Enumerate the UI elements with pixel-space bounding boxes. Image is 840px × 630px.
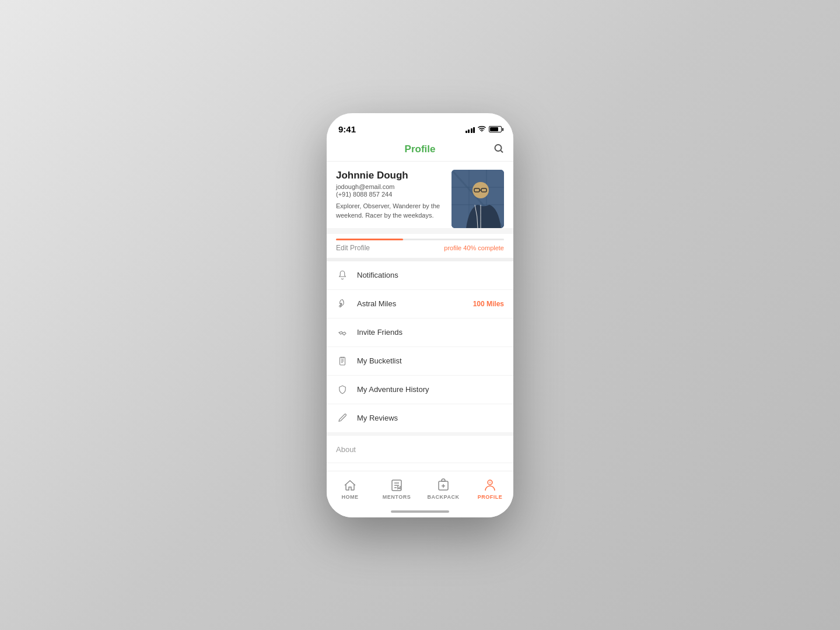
svg-point-1 xyxy=(495,145,502,151)
profile-phone: (+91) 8088 857 244 xyxy=(336,191,446,198)
menu-item-astral-miles[interactable]: Astral Miles 100 Miles xyxy=(327,290,513,318)
battery-icon xyxy=(489,126,502,132)
astral-miles-label: Astral Miles xyxy=(357,299,473,308)
menu-item-about[interactable]: About xyxy=(327,436,513,463)
astral-miles-badge: 100 Miles xyxy=(473,300,504,308)
status-time: 9:41 xyxy=(338,124,356,134)
secondary-section: About Customer Support Logout xyxy=(327,436,513,471)
menu-item-reviews[interactable]: My Reviews xyxy=(327,404,513,432)
edit-profile-label[interactable]: Edit Profile xyxy=(336,244,370,252)
svg-line-2 xyxy=(501,150,503,153)
backpack-nav-label: BACKPACK xyxy=(428,494,460,500)
mentors-nav-label: MENTORS xyxy=(383,494,411,500)
menu-item-adventure-history[interactable]: My Adventure History xyxy=(327,376,513,404)
mentors-nav-icon xyxy=(389,478,404,493)
menu-item-bucketlist[interactable]: My Bucketlist xyxy=(327,347,513,376)
progress-row: Edit Profile profile 40% complete xyxy=(336,244,504,252)
status-icons xyxy=(466,125,502,133)
profile-bio: Explorer, Observer, Wanderer by the week… xyxy=(336,201,446,220)
progress-section: Edit Profile profile 40% complete xyxy=(327,234,513,261)
bell-icon xyxy=(336,269,349,282)
rocket-icon xyxy=(336,298,349,310)
page-title: Profile xyxy=(405,144,436,155)
screen: Profile Johnnie Dough jodough@email.com … xyxy=(327,139,513,517)
svg-point-23 xyxy=(489,481,491,484)
progress-bar-bg xyxy=(336,239,504,240)
bucketlist-label: My Bucketlist xyxy=(357,356,504,365)
notch xyxy=(382,113,458,128)
reviews-label: My Reviews xyxy=(357,414,504,422)
menu-item-notifications[interactable]: Notifications xyxy=(327,261,513,290)
home-nav-label: HOME xyxy=(342,494,359,500)
svg-point-0 xyxy=(481,131,482,132)
clipboard-icon xyxy=(336,355,349,368)
nav-item-mentors[interactable]: MENTORS xyxy=(373,478,420,500)
backpack-nav-icon xyxy=(436,478,451,493)
about-label: About xyxy=(336,445,356,454)
menu-item-customer-support[interactable]: Customer Support xyxy=(327,463,513,471)
svg-point-13 xyxy=(341,303,342,304)
avatar xyxy=(452,170,504,228)
home-indicator xyxy=(391,510,449,513)
profile-nav-label: PROFILE xyxy=(478,494,503,500)
profile-info-row: Johnnie Dough jodough@email.com (+91) 80… xyxy=(336,170,504,228)
shield-icon xyxy=(336,383,349,396)
profile-text: Johnnie Dough jodough@email.com (+91) 80… xyxy=(336,170,452,220)
progress-bar-fill xyxy=(336,239,403,240)
nav-item-home[interactable]: HOME xyxy=(327,478,373,500)
handshake-icon xyxy=(336,326,349,339)
profile-name: Johnnie Dough xyxy=(336,170,446,181)
bottom-nav: HOME MENTORS xyxy=(327,471,513,506)
home-nav-icon xyxy=(342,478,358,493)
home-bar xyxy=(327,506,513,517)
header: Profile xyxy=(327,139,513,162)
progress-text: profile 40% complete xyxy=(444,244,504,251)
nav-item-backpack[interactable]: BACKPACK xyxy=(420,478,467,500)
phone-frame: 9:41 Profile xyxy=(327,113,513,517)
pencil-icon xyxy=(336,412,349,425)
menu-section: Notifications Astral Miles 100 Miles Inv… xyxy=(327,261,513,432)
signal-icon xyxy=(466,126,475,133)
search-button[interactable] xyxy=(494,143,504,156)
wifi-icon xyxy=(478,125,486,133)
adventure-history-label: My Adventure History xyxy=(357,385,504,394)
profile-card: Johnnie Dough jodough@email.com (+91) 80… xyxy=(327,162,513,228)
scroll-content: Johnnie Dough jodough@email.com (+91) 80… xyxy=(327,162,513,471)
menu-item-invite-friends[interactable]: Invite Friends xyxy=(327,318,513,347)
profile-email: jodough@email.com xyxy=(336,183,446,190)
profile-nav-icon xyxy=(482,478,498,493)
nav-item-profile[interactable]: PROFILE xyxy=(467,478,513,500)
invite-friends-label: Invite Friends xyxy=(357,328,504,337)
notifications-label: Notifications xyxy=(357,271,504,279)
